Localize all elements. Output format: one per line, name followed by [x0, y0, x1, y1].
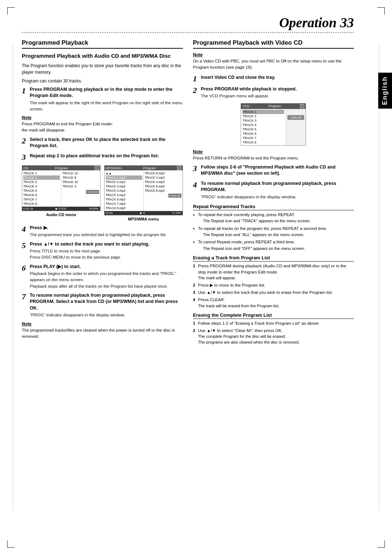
cd-tracks-col: TRACK 1 TRACK 2 TRACK 3 TRACK 4 TRACK 5 …	[22, 170, 61, 207]
left-sub-section-title: Programmed Playback with Audio CD and MP…	[22, 52, 183, 60]
step-2-content: Select a track, then press OK to place t…	[30, 137, 183, 150]
mp3-menu-body: ▲▲ TRACK 1.mp3 TRACK 2.mp3 TRACK 3.mp3 T…	[105, 170, 183, 211]
cd-program-col: TRACK 12 TRACK 8 TRACK 10 TRACK 3 Clear …	[61, 170, 100, 207]
mp3-prog-3: TRACK 4.mp3	[145, 180, 181, 184]
cd-prog-4: TRACK 3	[62, 184, 99, 189]
erase-all-step-2-sub2: The programs are also cleared when the d…	[198, 340, 354, 345]
step-3-number: 3	[22, 153, 30, 162]
vcd-prog-icon: E	[300, 104, 304, 108]
repeat-heading: Repeat Programmed Tracks	[193, 204, 354, 210]
erasing-complete-heading: Erasing the Complete Program List	[193, 312, 354, 319]
vcd-program-col: Clear All	[286, 109, 306, 145]
vcd-track-6: TRACK 6	[242, 131, 284, 136]
vcd-clear-all: Clear All	[287, 115, 304, 120]
right-note-1: Note On a Video CD with PBC, you must se…	[193, 52, 354, 71]
right-note-1-label: Note	[193, 52, 354, 57]
mp3-track-1: TRACK 1.mp3	[106, 175, 142, 180]
repeat-bullet-1-sub: The Repeat icon and "TRACK" appears on t…	[198, 218, 354, 224]
step-7: 7 To resume normal playback from program…	[22, 292, 183, 319]
right-note-2-text: Press RETURN or PROGRAM to exit the Prog…	[193, 155, 354, 161]
erase-step-2: 2 Press ▶ to move to the Program list.	[193, 282, 354, 288]
right-step-1-content: Insert Video CD and close the tray.	[201, 74, 354, 82]
step-4-number: 4	[22, 225, 30, 234]
cd-menu-body: TRACK 1 TRACK 2 TRACK 3 TRACK 4 TRACK 5 …	[22, 170, 100, 207]
step-6-desc1: Playback begins in the order in which yo…	[30, 271, 183, 283]
vcd-header-left: VCD	[242, 104, 249, 108]
step-5-title: Press ▲/▼ to select the track you want t…	[30, 241, 183, 248]
mp3-caption: MP3/WMA menu	[104, 217, 183, 221]
right-step-1: 1 Insert Video CD and close the tray.	[193, 74, 354, 83]
erase-all-step-2-num: 2	[193, 328, 195, 334]
cd-track-4: TRACK 4	[23, 184, 60, 189]
mp3-track-up: ▲▲	[106, 171, 142, 175]
step-7-title: To resume normal playback from programme…	[30, 292, 183, 312]
note-1-label: Note	[22, 115, 183, 120]
vcd-menu-body: TRACK 1 TRACK 2 TRACK 3 TRACK 4 TRACK 5 …	[241, 109, 306, 145]
mp3-track-8: TRACK 8.mp3	[106, 206, 142, 210]
left-column: Programmed Playback Programmed Playback …	[22, 39, 183, 347]
mp3-prog-5: TRACK 8.mp3	[145, 189, 181, 193]
cd-caption: Audio CD menu	[22, 212, 101, 217]
note-2: Note The programmed tracks/files are cle…	[22, 321, 183, 340]
step-1-desc: The mark will appear to the right of the…	[30, 100, 183, 113]
side-line-left	[13, 44, 13, 511]
right-note-2: Note Press RETURN or PROGRAM to exit the…	[193, 149, 354, 161]
note-1-text1: Press PROGRAM to exit the Program Edit m…	[22, 121, 183, 127]
intro-text2: Program can contain 30 tracks.	[22, 78, 183, 84]
mp3-clear-all: Clear All	[145, 194, 181, 197]
vcd-track-7: TRACK 7	[242, 136, 284, 140]
mp3-prog-4: TRACK 6.mp3	[145, 184, 181, 189]
repeat-bullets: To repeat the track currently playing, p…	[193, 212, 354, 251]
vcd-track-5: TRACK 5	[242, 127, 284, 131]
erasing-track-list: 1 Press PROGRAM during playback (Audio C…	[193, 263, 354, 309]
vcd-track-4: TRACK 4	[242, 123, 284, 127]
erase-step-3: 3 Use ▲/▼ to select the track that you w…	[193, 289, 354, 296]
mp3-prog-2: TRACK 2.mp3	[145, 175, 181, 180]
cd-prog-2: TRACK 8	[62, 175, 99, 180]
step-4: 4 Press ▶. The programmed track you sele…	[22, 225, 183, 238]
erasing-complete-list: 1 Follow steps 1-2 of "Erasing a Track f…	[193, 320, 354, 345]
cd-footer-time: 0:56:18	[23, 207, 33, 210]
repeat-bullet-3-sub: The Repeat icon and "OFF" appears on the…	[198, 246, 354, 251]
mp3-prog-1: TRACK 8.mp3	[145, 171, 181, 175]
vcd-track-1: TRACK 1	[242, 110, 284, 114]
corner-mark-tl	[7, 7, 15, 15]
vcd-track-3: TRACK 3	[242, 118, 284, 123]
note-2-label: Note	[22, 321, 183, 327]
right-step-4-desc: "PROG" indicator disappears in the displ…	[201, 194, 354, 200]
intro-text1: The Program function enables you to stor…	[22, 62, 183, 76]
step-6-content: Press PLAY (▶) to start. Playback begins…	[30, 264, 183, 289]
erase-step-4: 4 Press CLEAR. The track will be erased …	[193, 297, 354, 309]
right-step-2-title: Press PROGRAM while playback is stopped.	[201, 86, 354, 93]
right-step-1-number: 1	[193, 74, 201, 83]
mp3-track-4: TRACK 4.mp3	[106, 189, 142, 193]
right-step-2-number: 2	[193, 86, 201, 95]
mp3-track-6: TRACK 6.mp3	[106, 197, 142, 202]
left-section-title: Programmed Playback	[22, 39, 183, 49]
right-step-2-content: Press PROGRAM while playback is stopped.…	[201, 86, 354, 100]
note-1-text2: the mark will disappear.	[22, 127, 183, 133]
right-section-title: Programmed Playback with Video CD	[193, 39, 354, 49]
cd-track-1: TRACK 1	[23, 171, 60, 175]
step-7-content: To resume normal playback from programme…	[30, 292, 183, 319]
right-step-3-title: Follow steps 2-6 of "Programmed Playback…	[201, 164, 354, 177]
repeat-bullet-2: To repeat all tracks on the program list…	[193, 226, 354, 238]
right-column: Programmed Playback with Video CD Note O…	[193, 39, 354, 347]
mp3-menu-wrapper: MP3/WMA Program E ▲▲ TRACK 1.mp3 TRACK 2…	[104, 165, 183, 221]
vcd-menu: VCD Program E TRACK 1 TRACK 2 TRACK 3 TR…	[241, 103, 306, 146]
mp3-prog-icon: E	[177, 166, 181, 170]
erase-step-1-num: 1	[193, 263, 195, 269]
page-title: Operation 33	[22, 15, 374, 31]
step-6-desc2: Playback stops after all of the tracks o…	[30, 283, 183, 289]
right-step-4-content: To resume normal playback from programme…	[201, 181, 354, 200]
cd-track-8: TRACK 8	[23, 202, 60, 206]
right-step-3: 3 Follow steps 2-6 of "Programmed Playba…	[193, 164, 354, 178]
right-step-3-number: 3	[193, 164, 201, 173]
cd-track-3: TRACK 3	[23, 180, 60, 184]
cd-track-5: TRACK 5	[23, 189, 60, 193]
step-3-title: Repeat step 2 to place additional tracks…	[30, 153, 183, 159]
step-5-desc2: Press DISC MENU to move to the previous …	[30, 254, 183, 260]
cd-track-2: TRACK 2	[23, 175, 60, 180]
corner-mark-bl	[7, 540, 15, 548]
right-step-4-number: 4	[193, 181, 201, 189]
